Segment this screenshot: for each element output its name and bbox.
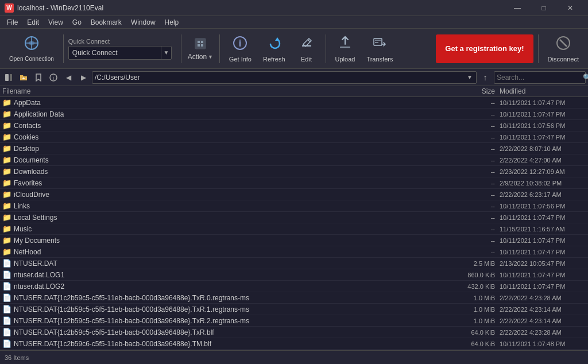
table-row[interactable]: 📁Downloads--2/23/2022 12:27:09 AM [0,166,588,177]
info-button[interactable]: i [47,71,60,84]
table-row[interactable]: 📄NTUSER.DAT2.5 MiB2/13/2022 10:05:47 PM [0,258,588,269]
file-size-cell: -- [454,249,500,255]
table-row[interactable]: 📄NTUSER.DAT{1c2b59c5-c5f5-11eb-bacb-000d… [0,327,588,338]
refresh-button[interactable]: Refresh [258,32,290,66]
new-folder-button[interactable]: + [17,71,30,84]
item-count: 36 Items [5,354,29,361]
file-size-cell: -- [454,191,500,198]
table-row[interactable]: 📁Cookies--10/11/2021 1:07:47 PM [0,131,588,143]
file-date-cell: 10/11/2021 1:07:47 PM [500,283,586,290]
table-row[interactable]: 📁Local Settings--10/11/2021 1:07:47 PM [0,212,588,223]
table-row[interactable]: 📄NTUSER.DAT{1c2b59c5-c5f5-11eb-bacb-000d… [0,315,588,327]
table-row[interactable]: 📄ntuser.dat.LOG2432.0 KiB10/11/2021 1:07… [0,281,588,292]
toolbar-separator-4 [326,34,326,63]
up-directory-button[interactable]: ↑ [479,71,492,84]
file-size-cell: -- [454,226,500,233]
svg-rect-21 [10,74,12,81]
header-filename: Filename [2,87,454,95]
folder-icon: 📁 [2,133,11,141]
quick-connect-combo[interactable]: ▼ [68,46,172,60]
edit-button[interactable]: Edit [292,32,321,66]
get-info-button[interactable]: i Get Info [225,32,256,66]
open-connection-button[interactable]: Open Connection [5,32,59,66]
menu-item-go[interactable]: Go [68,17,86,28]
file-date-cell: 10/11/2021 1:07:47 PM [500,134,586,141]
file-date-cell: 2/22/2022 4:23:28 AM [500,329,586,336]
address-input-wrap: ▼ [92,71,477,84]
address-input[interactable] [95,73,466,82]
file-icon: 📄 [2,328,11,336]
file-name-cell: 📄NTUSER.DAT{1c2b59c6-c5f5-11eb-bacb-000d… [2,339,454,348]
registration-key-button[interactable]: Get a registration key! [436,34,533,63]
file-name: NTUSER.DAT{1c2b59c5-c5f5-11eb-bacb-000d3… [14,294,249,302]
quick-connect-label: Quick Connect [68,38,110,45]
svg-rect-3 [195,38,206,49]
transfers-button[interactable]: Transfers [362,32,397,66]
file-name: Desktop [14,145,39,153]
menu-item-bookmark[interactable]: Bookmark [86,17,126,28]
file-size-cell: -- [454,168,500,175]
header-size: Size [454,87,500,95]
search-input[interactable] [497,73,583,82]
window-title: localhost - WinDev2110Eval [17,4,504,12]
table-row[interactable]: 📄NTUSER.DAT{1c2b59c5-c5f5-11eb-bacb-000d… [0,304,588,315]
file-name-cell: 📁Desktop [2,144,454,153]
quick-connect-input[interactable] [69,49,161,57]
table-row[interactable]: 📁NetHood--10/11/2021 1:07:47 PM [0,246,588,258]
menu-item-help[interactable]: Help [160,17,184,28]
maximize-button[interactable]: □ [531,0,557,16]
table-row[interactable]: 📁iCloudDrive--2/22/2022 6:23:17 AM [0,189,588,200]
file-name: NTUSER.DAT{1c2b59c5-c5f5-11eb-bacb-000d3… [14,317,249,325]
quick-connect-area: Quick Connect ▼ [68,38,172,60]
address-dropdown-arrow[interactable]: ▼ [466,74,474,80]
transfers-label: Transfers [366,56,393,63]
table-row[interactable]: 📁Application Data--10/11/2021 1:07:47 PM [0,109,588,120]
close-button[interactable]: ✕ [557,0,583,16]
file-size-cell: -- [454,122,500,129]
window-controls: — □ ✕ [504,0,583,16]
toggle-local-panel-button[interactable] [2,71,15,84]
menu-item-view[interactable]: View [44,17,68,28]
bookmark-button[interactable] [32,71,45,84]
table-row[interactable]: 📄NTUSER.DAT{1c2b59c5-c5f5-11eb-bacb-000d… [0,292,588,304]
file-size-cell: 64.0 KiB [454,329,500,336]
table-row[interactable]: 📁Contacts--10/11/2021 1:07:56 PM [0,120,588,131]
table-row[interactable]: 📁Music--11/15/2021 1:16:57 AM [0,223,588,235]
upload-icon [337,35,353,55]
action-icon [193,36,208,53]
svg-rect-7 [201,44,203,47]
table-row[interactable]: 📁Documents--2/22/2022 4:27:00 AM [0,154,588,166]
forward-button[interactable]: ▶ [77,71,90,84]
menu-item-edit[interactable]: Edit [22,17,44,28]
back-button[interactable]: ◀ [62,71,75,84]
upload-button[interactable]: Upload [331,32,360,66]
table-row[interactable]: 📄NTUSER.DAT{1c2b59c6-c5f5-11eb-bacb-000d… [0,338,588,350]
minimize-button[interactable]: — [504,0,531,16]
table-row[interactable]: 📁Favorites--2/9/2022 10:38:02 PM [0,177,588,189]
file-name: ntuser.dat.LOG1 [14,271,64,279]
quick-connect-dropdown-arrow[interactable]: ▼ [161,46,171,60]
table-row[interactable]: 📁My Documents--10/11/2021 1:07:47 PM [0,235,588,246]
table-row[interactable]: 📁Links--10/11/2021 1:07:56 PM [0,200,588,212]
action-button[interactable]: Action ▼ [186,32,215,66]
svg-rect-13 [340,47,350,48]
table-row[interactable]: 📁AppData--10/11/2021 1:07:47 PM [0,97,588,109]
menu-item-window[interactable]: Window [126,17,160,28]
file-size-cell: 432.0 KiB [454,283,500,290]
file-name-cell: 📄ntuser.dat.LOG2 [2,282,454,291]
disconnect-button[interactable]: Disconnect [543,32,583,66]
folder-icon: 📁 [2,179,11,187]
menu-item-file[interactable]: File [2,17,22,28]
toolbar-separator-5 [538,34,539,63]
file-name: NTUSER.DAT [14,260,57,268]
edit-icon [299,35,315,55]
refresh-icon [266,35,282,55]
file-size-cell: 2.5 MiB [454,260,500,267]
table-row[interactable]: 📁Desktop--2/22/2022 8:07:10 AM [0,143,588,154]
folder-icon: 📁 [2,190,11,199]
file-size-cell: -- [454,237,500,244]
search-icon[interactable]: 🔍 [583,73,588,82]
table-row[interactable]: 📄ntuser.dat.LOG1860.0 KiB10/11/2021 1:07… [0,269,588,281]
file-size-cell: -- [454,99,500,106]
file-name-cell: 📁NetHood [2,247,454,256]
